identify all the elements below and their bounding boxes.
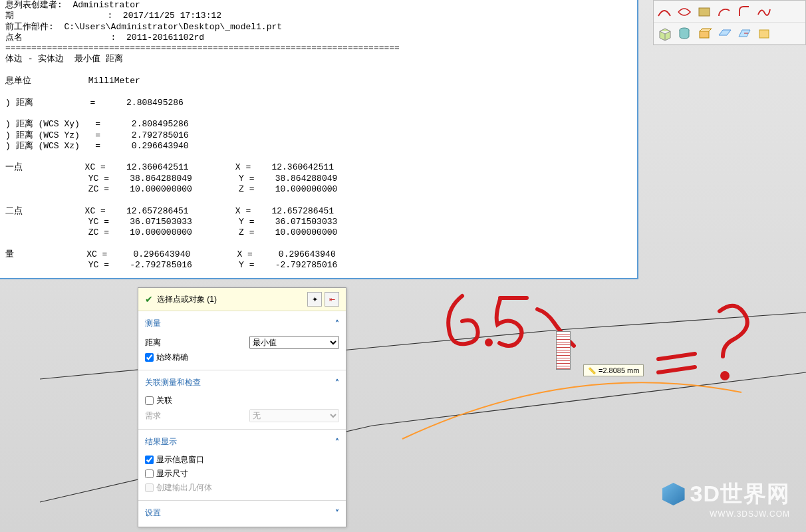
selection-label: 选择点或对象 (1)	[157, 294, 305, 305]
assoc-checkbox[interactable]: 关联	[145, 395, 172, 406]
req-label: 需求	[145, 410, 249, 422]
measure-dialog: ✔ 选择点或对象 (1) ✦ ⇤ 测量 ˄ 距离 最小值 始终精确 关联测量和检…	[138, 287, 346, 527]
info-window: 息列表创建者: Administrator 期 : 2017/11/25 17:…	[0, 0, 638, 279]
curve-tool-1-icon[interactable]	[656, 3, 672, 19]
svg-point-1	[722, 373, 728, 378]
sheet2-tool-icon[interactable]	[736, 25, 752, 41]
box-tool-icon[interactable]	[656, 25, 672, 41]
cylinder-tool-icon[interactable]	[676, 25, 692, 41]
show-dim-checkbox[interactable]: 显示尺寸	[145, 468, 188, 479]
create-geom-checkbox: 创建输出几何体	[145, 482, 212, 493]
info-text: 息列表创建者: Administrator 期 : 2017/11/25 17:…	[0, 0, 637, 271]
show-info-checkbox[interactable]: 显示信息窗口	[145, 454, 204, 466]
sheet-tool-icon[interactable]	[696, 3, 712, 19]
section-measure-header[interactable]: 测量 ˄	[145, 315, 339, 333]
dimension-value: =2.8085 mm	[599, 366, 639, 374]
remove-point-button[interactable]: ⇤	[325, 292, 339, 307]
dimension-readout[interactable]: 📏 =2.8085 mm	[583, 364, 644, 376]
svg-point-0	[487, 340, 491, 344]
svg-rect-2	[699, 8, 710, 16]
arc-tool-icon[interactable]	[716, 3, 732, 19]
spline-tool-icon[interactable]	[756, 3, 772, 19]
curve-tool-2-icon[interactable]	[676, 3, 692, 19]
box2-tool-icon[interactable]	[756, 25, 772, 41]
distance-mode-select[interactable]: 最小值	[249, 336, 339, 349]
distance-label: 距离	[145, 337, 249, 348]
check-icon: ✔	[145, 294, 153, 305]
caret-up-icon: ˄	[335, 319, 339, 329]
plane-tool-icon[interactable]	[716, 25, 732, 41]
add-point-button[interactable]: ✦	[307, 292, 322, 307]
section-settings-header[interactable]: 设置 ˅	[145, 505, 339, 523]
svg-rect-5	[759, 30, 769, 38]
caret-up-icon: ˄	[335, 438, 339, 447]
req-select: 无	[249, 409, 339, 422]
always-exact-checkbox[interactable]: 始终精确	[145, 352, 188, 363]
ribbon-toolbar	[653, 0, 806, 45]
extrude-tool-icon[interactable]	[696, 25, 712, 41]
svg-rect-4	[700, 31, 709, 38]
dimension-icon: 📏	[588, 367, 596, 374]
dimension-ruler	[556, 331, 571, 370]
caret-down-icon: ˅	[335, 509, 339, 518]
caret-up-icon: ˄	[335, 378, 339, 388]
section-assoc-header[interactable]: 关联测量和检查 ˄	[145, 374, 339, 392]
watermark-logo: 3D世界网 WWW.3DSJW.COM	[662, 479, 790, 519]
fillet-tool-icon[interactable]	[736, 3, 752, 19]
selection-row[interactable]: ✔ 选择点或对象 (1) ✦ ⇤	[138, 288, 346, 311]
section-result-header[interactable]: 结果显示 ˄	[145, 434, 339, 452]
